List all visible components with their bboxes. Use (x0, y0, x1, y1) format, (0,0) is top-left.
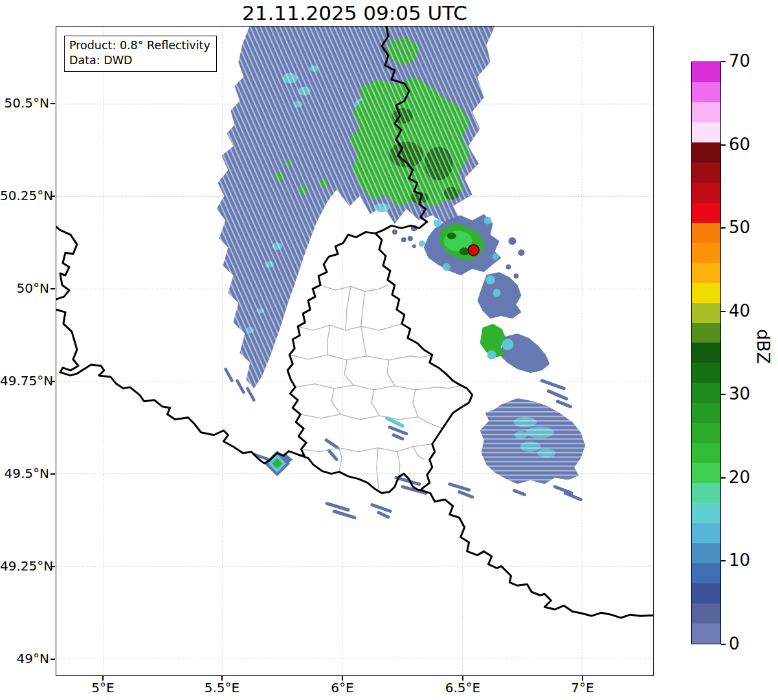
x-tick-label: 7°E (553, 680, 612, 695)
colorbar-tick-label: 0 (729, 634, 740, 653)
colorbar-tick-mark (721, 477, 726, 479)
colorbar-segment (692, 142, 720, 163)
colorbar-segment (692, 102, 720, 122)
colorbar-segment (692, 223, 720, 243)
colorbar-segment (692, 203, 720, 223)
y-tick-label: 50.5°N (0, 95, 49, 111)
y-tick-label: 50°N (0, 280, 49, 296)
colorbar-tick-label: 20 (729, 468, 750, 487)
x-tick-label: 5.5°E (193, 680, 251, 695)
colorbar-segment (692, 183, 720, 203)
radar-echoes (216, 27, 585, 517)
colorbar-tick-mark (721, 394, 726, 395)
colorbar-segment (692, 604, 720, 624)
colorbar-label: dBZ (750, 324, 773, 369)
figure-title: 21.11.2025 09:05 UTC (56, 1, 654, 25)
colorbar-segment (692, 323, 720, 343)
colorbar-tick-mark (721, 227, 726, 229)
y-tick-mark (50, 288, 55, 289)
colorbar-tick-mark (721, 144, 726, 146)
colorbar-segment (692, 263, 720, 283)
colorbar-segment (692, 503, 720, 523)
colorbar-segment (692, 303, 720, 323)
product-info-line1: Product: 0.8° Reflectivity (69, 38, 210, 53)
colorbar-segment (692, 563, 720, 583)
radar-map (56, 27, 653, 675)
map-plot-area: Product: 0.8° Reflectivity Data: DWD (56, 26, 654, 676)
colorbar-segment (692, 483, 720, 503)
colorbar-tick-label: 60 (729, 135, 750, 154)
colorbar-segment (692, 243, 720, 263)
colorbar-segment (692, 82, 720, 102)
colorbar-tick-mark (721, 644, 726, 645)
x-tick-label: 6.5°E (434, 680, 492, 695)
colorbar-tick-label: 50 (729, 218, 750, 237)
colorbar-tick-mark (721, 61, 726, 62)
colorbar-segment (692, 583, 720, 604)
colorbar-segment (692, 363, 720, 383)
echo-diamond-cell (254, 451, 293, 477)
colorbar-segment (692, 403, 720, 423)
colorbar-tick-mark (721, 560, 726, 561)
echo-cells-south-of-radar (478, 272, 571, 407)
colorbar-tick-label: 30 (729, 384, 750, 403)
y-tick-label: 49.25°N (0, 558, 49, 574)
colorbar-tick-label: 40 (729, 301, 750, 321)
y-tick-mark (50, 659, 55, 660)
border-france-germany (421, 490, 653, 618)
colorbar-segment (692, 423, 720, 443)
colorbar-segment (692, 543, 720, 563)
luxembourg-district-borders (289, 285, 460, 488)
colorbar (691, 62, 721, 644)
y-tick-mark (50, 473, 55, 475)
colorbar-segment (692, 523, 720, 543)
colorbar-segment (692, 163, 720, 183)
colorbar-segment (692, 463, 720, 483)
radar-figure: { "title": "21.11.2025 09:05 UTC", "info… (0, 0, 778, 700)
y-tick-label: 49°N (0, 651, 49, 666)
colorbar-tick-label: 70 (729, 51, 750, 71)
radar-site-marker (468, 245, 479, 256)
colorbar-segment (692, 383, 720, 403)
x-tick-label: 5°E (74, 680, 132, 695)
colorbar-segment (692, 62, 720, 82)
product-info-line2: Data: DWD (69, 53, 210, 68)
colorbar-segment (692, 122, 720, 142)
echo-southeast-area (480, 398, 586, 500)
echo-north-shield (216, 27, 495, 400)
colorbar-segment (692, 624, 720, 644)
x-tick-label: 6°E (313, 680, 372, 695)
colorbar-tick-label: 10 (729, 550, 750, 570)
y-tick-label: 49.5°N (0, 466, 49, 481)
colorbar-segment (692, 343, 720, 363)
colorbar-segment (692, 283, 720, 303)
border-givet-salient (56, 227, 77, 299)
colorbar-segment (692, 443, 720, 463)
y-tick-label: 49.75°N (0, 373, 49, 389)
colorbar-tick-mark (721, 311, 726, 312)
y-tick-mark (50, 103, 55, 104)
product-info-box: Product: 0.8° Reflectivity Data: DWD (64, 36, 217, 72)
y-tick-label: 50.25°N (0, 188, 49, 203)
